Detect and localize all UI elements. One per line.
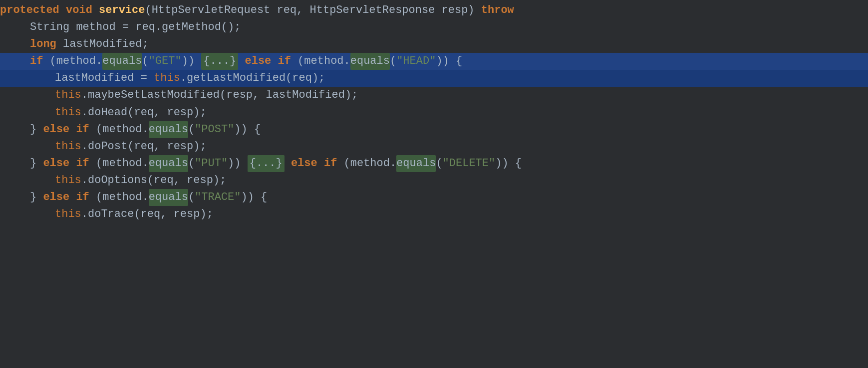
normal-token — [69, 189, 76, 206]
normal-token: lastModified = — [55, 70, 154, 87]
normal-token: .getLastModified(req); — [180, 70, 325, 87]
keyword-token: void — [66, 2, 92, 19]
normal-token: ( — [188, 155, 195, 172]
keyword-token: if — [324, 155, 337, 172]
code-line-7: this.doHead(req, resp); — [0, 104, 868, 121]
normal-token — [69, 121, 76, 138]
normal-token — [285, 155, 291, 172]
normal-token: (method. — [89, 121, 149, 138]
keyword-token: throw — [481, 2, 514, 19]
equals-highlight-token: equals — [396, 155, 436, 172]
keyword-token: else — [43, 155, 69, 172]
code-editor: protected void service(HttpServletReques… — [0, 0, 868, 368]
string-token: "POST" — [195, 121, 234, 138]
normal-token: ( — [436, 155, 442, 172]
code-line-3: long lastModified; — [0, 36, 868, 53]
keyword-token: else — [245, 53, 272, 70]
normal-token: lastModified; — [56, 36, 149, 53]
normal-token: ( — [188, 121, 195, 138]
string-token: "TRACE" — [195, 189, 241, 206]
this-token: this — [154, 70, 180, 87]
normal-token: } — [30, 155, 43, 172]
string-token: "PUT" — [195, 155, 228, 172]
keyword-token: else — [43, 189, 69, 206]
normal-token: (method. — [337, 155, 396, 172]
normal-token: (method. — [89, 155, 149, 172]
keyword-token: if — [278, 53, 291, 70]
normal-token: )) — [228, 155, 248, 172]
normal-token: .doOptions(req, resp); — [81, 172, 226, 189]
code-line-8: } else if (method.equals("POST")) { — [0, 121, 868, 138]
keyword-token: if — [30, 53, 43, 70]
normal-token: .doPost(req, resp); — [81, 138, 207, 155]
normal-token: (method. — [89, 189, 149, 206]
normal-token: )) { — [241, 189, 268, 206]
string-token: "DELETE" — [443, 155, 496, 172]
normal-token — [92, 2, 99, 19]
normal-token: )) { — [436, 53, 462, 70]
code-line-12: } else if (method.equals("TRACE")) { — [0, 189, 868, 206]
keyword-token: else — [43, 121, 69, 138]
normal-token: (method. — [291, 53, 350, 70]
this-token: this — [55, 206, 81, 223]
equals-highlight-token: equals — [149, 189, 188, 206]
code-line-11: this.doOptions(req, resp); — [0, 172, 868, 189]
code-line-5: lastModified = this.getLastModified(req)… — [0, 70, 868, 87]
code-line-1: protected void service(HttpServletReques… — [0, 2, 868, 19]
normal-token — [69, 155, 76, 172]
normal-token: String method = req.getMethod(); — [30, 19, 241, 36]
normal-token: ( — [188, 189, 195, 206]
normal-token: .doTrace(req, resp); — [81, 206, 213, 223]
this-token: this — [55, 172, 81, 189]
normal-token: (method. — [43, 53, 102, 70]
code-line-2: String method = req.getMethod(); — [0, 19, 868, 36]
equals-highlight-token: equals — [102, 53, 142, 70]
string-token: "HEAD" — [396, 53, 436, 70]
normal-token — [317, 155, 324, 172]
equals-highlight-token: equals — [350, 53, 390, 70]
normal-token: .maybeSetLastModified(resp, lastModified… — [81, 87, 358, 104]
equals-highlight-token: equals — [149, 155, 188, 172]
normal-token — [238, 53, 245, 70]
code-line-9: this.doPost(req, resp); — [0, 138, 868, 155]
normal-token: ( — [390, 53, 396, 70]
code-line-4: if (method.equals("GET")) {...} else if … — [0, 53, 868, 70]
normal-token — [59, 2, 66, 19]
keyword-token: if — [76, 189, 89, 206]
normal-token: ( — [142, 53, 148, 70]
normal-token: )) { — [495, 155, 522, 172]
folded-token: {...} — [201, 53, 238, 70]
keyword-token: if — [76, 155, 89, 172]
normal-token: } — [30, 189, 43, 206]
keyword-token: protected — [0, 2, 59, 19]
string-token: "GET" — [149, 53, 182, 70]
keyword-token: else — [291, 155, 317, 172]
normal-token — [271, 53, 278, 70]
folded-token: {...} — [248, 155, 285, 172]
this-token: this — [55, 87, 81, 104]
code-line-10: } else if (method.equals("PUT")) {...} e… — [0, 155, 868, 172]
this-token: this — [55, 138, 81, 155]
code-line-6: this.maybeSetLastModified(resp, lastModi… — [0, 87, 868, 104]
code-line-13: this.doTrace(req, resp); — [0, 206, 868, 223]
keyword-token: long — [30, 36, 56, 53]
method-token: service — [99, 2, 145, 19]
normal-token: } — [30, 121, 43, 138]
normal-token: )) — [182, 53, 202, 70]
this-token: this — [55, 104, 81, 121]
normal-token: )) { — [234, 121, 261, 138]
keyword-token: if — [76, 121, 89, 138]
normal-token: (HttpServletRequest req, HttpServletResp… — [145, 2, 481, 19]
normal-token: .doHead(req, resp); — [81, 104, 207, 121]
equals-highlight-token: equals — [149, 121, 188, 138]
